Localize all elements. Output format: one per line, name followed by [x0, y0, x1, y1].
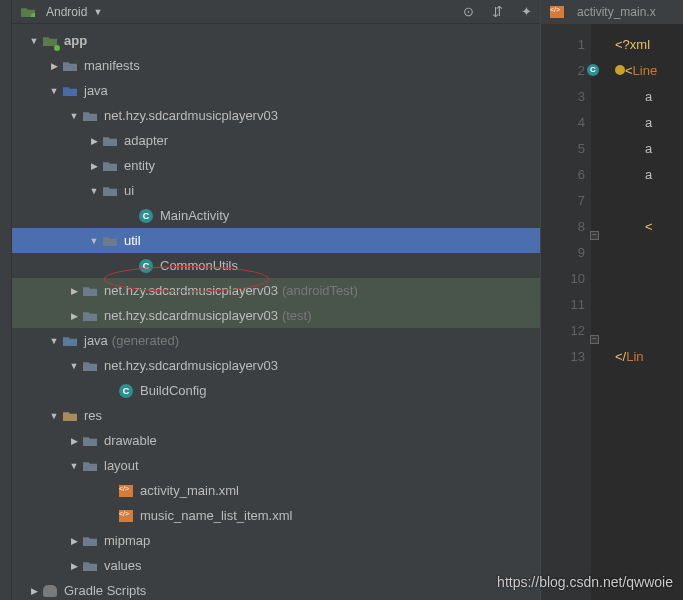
project-view-label: Android — [46, 5, 87, 19]
target-icon[interactable]: ⊙ — [463, 4, 474, 19]
tree-package-androidtest[interactable]: net.hzy.sdcardmusicplayerv03(androidTest… — [12, 278, 540, 303]
line-gutter[interactable]: 1 2C 3 4 5 6 7 8− 9 10 11 12− 13 — [541, 24, 591, 600]
settings-icon[interactable]: ✦ — [521, 4, 532, 19]
tree-label: manifests — [84, 58, 140, 73]
tree-gradle-scripts[interactable]: Gradle Scripts — [12, 578, 540, 600]
tree-package-gen[interactable]: net.hzy.sdcardmusicplayerv03 — [12, 353, 540, 378]
tree-label-suffix: (generated) — [112, 333, 179, 348]
tree-adapter[interactable]: adapter — [12, 128, 540, 153]
tree-label: util — [124, 233, 141, 248]
fold-icon[interactable]: − — [590, 335, 599, 344]
tree-drawable[interactable]: drawable — [12, 428, 540, 453]
tree-label-suffix: (androidTest) — [282, 283, 358, 298]
tree-label: CommonUtils — [160, 258, 238, 273]
watermark-text: https://blog.csdn.net/qwwoie — [497, 574, 673, 590]
project-toolbar: Android ▼ ⊙ ⇵ ✦ — [12, 0, 540, 24]
tree-mipmap[interactable]: mipmap — [12, 528, 540, 553]
tree-java-generated[interactable]: java(generated) — [12, 328, 540, 353]
tree-label: net.hzy.sdcardmusicplayerv03 — [104, 358, 278, 373]
tree-label: music_name_list_item.xml — [140, 508, 292, 523]
code-editor[interactable]: <?xml <Line a a a a < </Lin — [591, 24, 683, 600]
tree-label: adapter — [124, 133, 168, 148]
tree-label: Gradle Scripts — [64, 583, 146, 598]
tree-res[interactable]: res — [12, 403, 540, 428]
tree-label: drawable — [104, 433, 157, 448]
tree-activity-main-xml[interactable]: activity_main.xml — [12, 478, 540, 503]
tree-label: net.hzy.sdcardmusicplayerv03 — [104, 108, 278, 123]
tree-label: entity — [124, 158, 155, 173]
collapse-icon[interactable]: ⇵ — [492, 4, 503, 19]
tree-label: java — [84, 333, 108, 348]
tree-package[interactable]: net.hzy.sdcardmusicplayerv03 — [12, 103, 540, 128]
project-view-selector[interactable]: Android ▼ — [20, 4, 102, 20]
project-tree[interactable]: app manifests java net.hzy.sdcardmusicpl… — [12, 24, 540, 600]
tree-label: layout — [104, 458, 139, 473]
editor-tab-label[interactable]: activity_main.x — [577, 5, 656, 19]
editor-tab-bar[interactable]: activity_main.x — [541, 0, 683, 24]
left-tool-strip[interactable] — [0, 0, 12, 600]
tree-app[interactable]: app — [12, 28, 540, 53]
tree-label: activity_main.xml — [140, 483, 239, 498]
fold-icon[interactable]: − — [590, 231, 599, 240]
tree-entity[interactable]: entity — [12, 153, 540, 178]
code-text: <?xml — [615, 37, 650, 52]
tree-label: res — [84, 408, 102, 423]
tree-package-test[interactable]: net.hzy.sdcardmusicplayerv03(test) — [12, 303, 540, 328]
tree-label: net.hzy.sdcardmusicplayerv03 — [104, 308, 278, 323]
tree-label: net.hzy.sdcardmusicplayerv03 — [104, 283, 278, 298]
editor-pane: activity_main.x 1 2C 3 4 5 6 7 8− 9 10 1… — [540, 0, 683, 600]
tree-label: app — [64, 33, 87, 48]
tree-values[interactable]: values — [12, 553, 540, 578]
tree-buildconfig[interactable]: CBuildConfig — [12, 378, 540, 403]
tree-label: java — [84, 83, 108, 98]
tree-label-suffix: (test) — [282, 308, 312, 323]
tree-mainactivity[interactable]: CMainActivity — [12, 203, 540, 228]
tree-label: BuildConfig — [140, 383, 207, 398]
warning-icon[interactable] — [615, 65, 625, 75]
tree-label: ui — [124, 183, 134, 198]
tree-ui[interactable]: ui — [12, 178, 540, 203]
tree-util[interactable]: util — [12, 228, 540, 253]
tree-label: mipmap — [104, 533, 150, 548]
tree-label: MainActivity — [160, 208, 229, 223]
tree-music-list-xml[interactable]: music_name_list_item.xml — [12, 503, 540, 528]
tree-layout[interactable]: layout — [12, 453, 540, 478]
tree-label: values — [104, 558, 142, 573]
tree-manifests[interactable]: manifests — [12, 53, 540, 78]
tree-java[interactable]: java — [12, 78, 540, 103]
class-gutter-icon[interactable]: C — [587, 64, 599, 76]
tree-commonutils[interactable]: CCommonUtils — [12, 253, 540, 278]
